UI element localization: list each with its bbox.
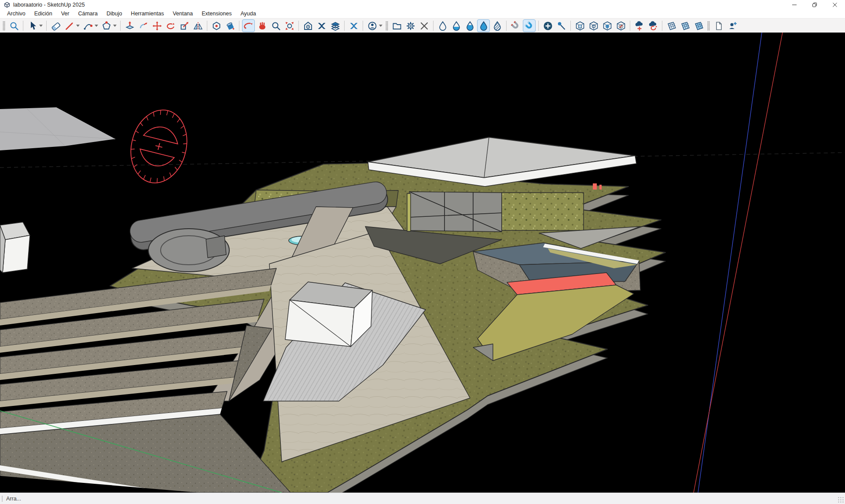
dropdown-caret[interactable] <box>95 25 98 27</box>
viewport-canvas[interactable] <box>0 33 845 493</box>
menu-item-dibujo[interactable]: Dibujo <box>102 10 126 18</box>
magnet-icon[interactable] <box>523 19 536 32</box>
terrain-smoove-icon[interactable] <box>692 19 705 32</box>
magnet-gray-icon[interactable] <box>509 19 522 32</box>
folder-icon[interactable] <box>390 19 403 32</box>
toolbar-separator <box>363 21 363 31</box>
pavilion-moss-panel <box>502 193 584 230</box>
search-icon[interactable] <box>7 19 20 32</box>
window-controls <box>784 0 845 10</box>
restore-button[interactable] <box>805 0 825 10</box>
toolbar-separator <box>298 21 299 31</box>
dropdown-caret[interactable] <box>39 25 43 27</box>
push-pull-icon[interactable] <box>123 19 136 32</box>
add-point-icon[interactable] <box>541 19 554 32</box>
toolbar-separator <box>433 21 434 31</box>
toolbar-drag-handle[interactable] <box>707 21 710 31</box>
menu-item-camara[interactable]: Cámara <box>73 10 102 18</box>
toolbar-drag-handle[interactable] <box>3 21 5 31</box>
white-structure <box>285 282 372 347</box>
menu-item-ver[interactable]: Ver <box>57 10 74 18</box>
scale-icon[interactable] <box>178 19 191 32</box>
back-edges-style-icon[interactable] <box>329 19 342 32</box>
dropdown-caret[interactable] <box>379 25 382 27</box>
toolbar-separator <box>46 21 47 31</box>
toolbar-separator <box>344 21 345 31</box>
white-box <box>0 222 30 273</box>
window-title: laboraatorio - SketchUp 2025 <box>13 2 85 8</box>
select-icon[interactable] <box>26 19 39 32</box>
zoom-extents-icon[interactable] <box>283 19 296 32</box>
rotate-icon[interactable] <box>164 19 177 32</box>
circular-courtyard <box>148 229 229 272</box>
menu-item-ayuda[interactable]: Ayuda <box>236 10 260 18</box>
toolbar-separator <box>538 21 539 31</box>
viewport <box>0 33 845 493</box>
sketchup-logo-icon <box>4 1 11 8</box>
follow-me-icon[interactable] <box>137 19 150 32</box>
toolbar-separator <box>120 21 121 31</box>
toolbar-separator <box>207 21 207 31</box>
cloud-rotate-icon[interactable] <box>647 19 659 32</box>
flip-icon[interactable] <box>191 19 204 32</box>
hexagon-square-icon[interactable] <box>573 19 586 32</box>
pan-icon[interactable] <box>256 19 268 32</box>
menu-item-extensiones[interactable]: Extensiones <box>197 10 236 18</box>
move-icon[interactable] <box>151 19 163 32</box>
line-icon[interactable] <box>63 19 76 32</box>
new-file-icon[interactable] <box>712 19 725 32</box>
hexagon-sphere-icon[interactable] <box>601 19 614 32</box>
account-icon[interactable] <box>366 19 378 32</box>
title-bar: laboraatorio - SketchUp 2025 <box>0 0 845 10</box>
paint-bucket-icon[interactable] <box>224 19 236 32</box>
orbit-icon[interactable] <box>242 19 255 32</box>
xray-toggle-icon[interactable] <box>347 19 360 32</box>
toolbar-separator <box>662 21 662 31</box>
toolbar-separator <box>23 21 23 31</box>
terrain-mesh-icon[interactable] <box>665 19 678 32</box>
gear-icon[interactable] <box>404 19 417 32</box>
menu-item-edicion[interactable]: Edición <box>30 10 57 18</box>
droplet-hatched-icon[interactable] <box>491 19 503 32</box>
add-person-icon[interactable] <box>726 19 738 32</box>
status-bar: Arra... <box>0 493 845 504</box>
close-icon[interactable] <box>418 19 430 32</box>
menu-item-ventana[interactable]: Ventana <box>168 10 197 18</box>
dropdown-caret[interactable] <box>113 25 117 27</box>
menu-item-archivo[interactable]: Archivo <box>3 10 30 18</box>
toolbar <box>0 18 845 33</box>
arc-icon[interactable] <box>81 19 94 32</box>
shapes-icon[interactable] <box>100 19 113 32</box>
toolbar-drag-handle[interactable] <box>386 21 388 31</box>
droplet-low-icon[interactable] <box>450 19 463 32</box>
toolbar-separator <box>506 21 507 31</box>
menu-bar: ArchivoEdiciónVerCámaraDibujoHerramienta… <box>0 10 845 18</box>
toolbar-separator <box>630 21 630 31</box>
toolbar-separator <box>239 21 239 31</box>
terrain-mesh-shaded-icon[interactable] <box>679 19 691 32</box>
droplet-high-icon[interactable] <box>463 19 476 32</box>
toolbar-separator <box>570 21 571 31</box>
zoom-icon[interactable] <box>269 19 282 32</box>
minimize-button[interactable] <box>784 0 805 10</box>
status-grip <box>2 496 3 502</box>
droplet-empty-icon[interactable] <box>436 19 449 32</box>
offset-icon[interactable] <box>210 19 223 32</box>
status-text: Arra... <box>6 496 21 502</box>
eraser-icon[interactable] <box>49 19 62 32</box>
hexagon-disabled-icon[interactable] <box>614 19 627 32</box>
cloud-move-icon[interactable] <box>633 19 646 32</box>
resize-grip[interactable] <box>838 497 844 503</box>
pin-line-icon[interactable] <box>555 19 568 32</box>
xray-style-icon[interactable] <box>315 19 328 32</box>
dropdown-caret[interactable] <box>76 25 80 27</box>
pavilion-post <box>407 194 411 231</box>
droplet-full-icon[interactable] <box>477 19 490 32</box>
close-button[interactable] <box>825 0 845 10</box>
house-gear-icon[interactable] <box>301 19 314 32</box>
menu-item-herramientas[interactable]: Herramientas <box>126 10 168 18</box>
hexagon-blob-icon[interactable] <box>587 19 600 32</box>
